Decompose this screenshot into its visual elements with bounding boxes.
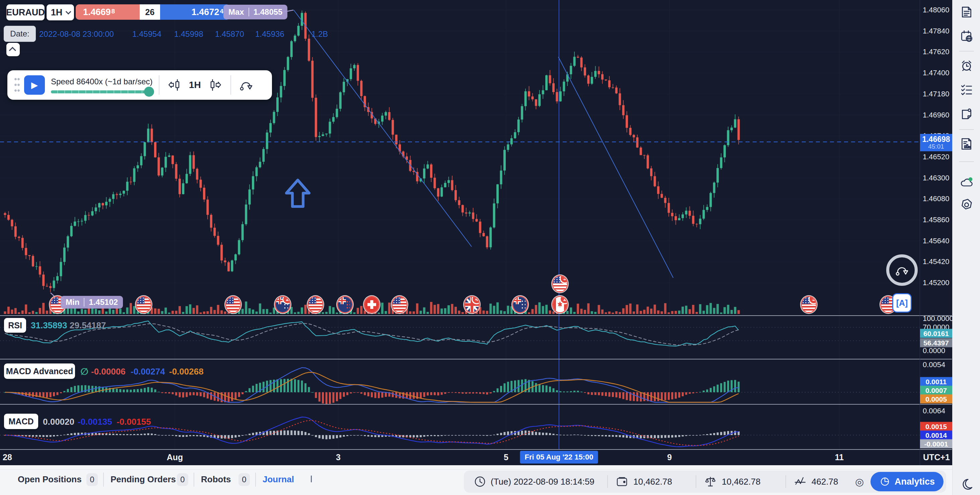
spread-value: 26 [140, 4, 160, 20]
sidebar-divider [959, 161, 974, 162]
price-axis-tick: 1.48060 [923, 6, 950, 14]
expand-panel-button[interactable] [311, 477, 312, 482]
macd-panel-title[interactable]: MACD [4, 414, 38, 429]
price-axis[interactable]: 1.46698 45:01 1.480601.478401.476201.474… [920, 0, 952, 465]
rsi-value-2: 29.54187 [70, 320, 106, 331]
report-chart-icon[interactable] [959, 137, 974, 151]
flag-us-icon [226, 297, 240, 312]
macd-value-3: -0.00155 [116, 417, 151, 427]
flag-au-icon [513, 297, 527, 312]
tab-robots[interactable]: Robots [201, 474, 231, 485]
speed-slider[interactable] [51, 90, 151, 94]
news-flag-ca[interactable]: 2 [552, 296, 568, 313]
rsi-axis-tick: 0.0000 [923, 346, 945, 355]
current-price-badge: 1.46698 45:01 [920, 134, 952, 151]
macdadv-macd-separator[interactable] [0, 404, 952, 405]
chart-region[interactable]: EURAUD 1H 1.46698 26 1.46724 Max 1.48055… [0, 0, 952, 465]
news-flag-au[interactable]: 2 [275, 296, 291, 313]
profit-value: 462.78 [811, 477, 838, 487]
macd-adv-value-1: -0.00006 [91, 366, 126, 377]
macd-adv-badge: 0.0007 [920, 386, 952, 395]
auto-scale-icon: [A] [896, 298, 908, 308]
profit-curve-icon [794, 475, 807, 488]
up-arrow-annotation[interactable] [284, 178, 312, 209]
news-flag-gb[interactable]: 4 [464, 296, 480, 313]
wallet-icon [615, 475, 628, 488]
price-axis-tick: 1.46960 [923, 111, 950, 119]
news-flag-ch[interactable] [364, 296, 380, 313]
speed-slider-knob[interactable] [144, 87, 154, 97]
news-flag-us[interactable] [307, 296, 323, 313]
cloud-sync-icon[interactable] [959, 175, 974, 189]
time-axis-label[interactable]: Aug [167, 452, 183, 462]
jump-to-current-bar-button[interactable] [886, 254, 918, 286]
auto-scale-button[interactable]: [A] [892, 293, 912, 313]
sidebar-divider [959, 51, 974, 52]
pending-orders-count: 0 [177, 473, 188, 486]
clock-icon [473, 475, 487, 488]
price-rsi-separator[interactable] [0, 315, 952, 316]
macd-badge: 0.0015 [920, 422, 952, 431]
jump-to-date-icon[interactable] [239, 77, 254, 93]
play-button[interactable]: ▶ [24, 75, 45, 95]
price-axis-tick: 1.45640 [923, 236, 950, 245]
checklist-icon[interactable] [959, 82, 974, 97]
bid-price-button[interactable]: 1.46698 [76, 4, 147, 20]
news-document-icon[interactable] [959, 5, 974, 19]
chevron-up-icon [9, 47, 16, 54]
alarm-clock-icon[interactable] [959, 59, 974, 73]
time-axis-label[interactable]: 28 [3, 452, 12, 462]
rsi-panel-title[interactable]: RSI [4, 318, 26, 333]
playback-timeframe[interactable]: 1H [189, 80, 201, 90]
robots-count: 0 [239, 473, 250, 486]
ask-price-button[interactable]: 1.46724 [160, 4, 230, 20]
calendar-globe-icon[interactable] [959, 29, 974, 43]
timeframe-label: 1H [51, 7, 63, 18]
moon-icon[interactable] [959, 478, 974, 492]
settings-icon[interactable] [959, 198, 974, 212]
news-flag-us[interactable] [136, 296, 152, 313]
analytics-button[interactable]: Analytics [870, 472, 943, 491]
candlestick-chart-canvas[interactable] [0, 0, 952, 465]
right-sidebar [952, 0, 980, 495]
symbol-button[interactable]: EURAUD [6, 4, 45, 21]
macd-adv-axis-tick: 0.0054 [923, 360, 945, 369]
tab-pending-orders[interactable]: Pending Orders [111, 474, 176, 485]
eye-icon[interactable]: ◎ [855, 476, 864, 488]
time-axis-label[interactable]: 9 [667, 452, 672, 462]
news-flag-us[interactable] [225, 296, 241, 313]
step-back-bar-icon[interactable] [167, 77, 182, 93]
jump-arrow-icon [894, 262, 910, 278]
play-icon: ▶ [31, 80, 38, 90]
time-axis-label[interactable]: 5 [504, 452, 508, 462]
rsi-signal-badge: 56.4397 [920, 338, 952, 347]
news-flag-nz[interactable] [337, 296, 353, 313]
bar-volume: 1.2B [312, 29, 328, 39]
max-price-badge: Max 1.48055 [223, 5, 287, 19]
macd-adv-badge: 0.0011 [920, 377, 952, 386]
flag-us-icon [393, 297, 407, 312]
news-flag-au[interactable] [512, 296, 528, 313]
timeframe-dropdown[interactable]: 1H [46, 4, 74, 21]
bid-price: 1.4669 [83, 7, 111, 17]
collapse-header-button[interactable] [6, 43, 20, 56]
news-flag-us[interactable]: 3 [552, 275, 568, 292]
speed-label: Speed 86400x (~1d bar/sec) [51, 77, 151, 86]
news-flag-us[interactable]: 3 [801, 296, 817, 313]
step-forward-bar-icon[interactable] [208, 77, 223, 93]
news-flag-us[interactable] [391, 296, 407, 313]
ask-price-pips: 4 [220, 8, 223, 15]
rsi-macdadv-separator[interactable] [0, 359, 952, 359]
tab-journal[interactable]: Journal [262, 474, 294, 485]
time-axis-label[interactable]: 11 [835, 452, 844, 462]
sticky-note-icon[interactable] [959, 108, 974, 122]
price-axis-tick: 1.45200 [923, 278, 950, 287]
time-axis-label[interactable]: 3 [336, 452, 340, 462]
bid-price-pips: 8 [111, 8, 115, 15]
sidebar-divider [959, 129, 974, 130]
bar-close: 1.45936 [255, 29, 284, 39]
tab-open-positions[interactable]: Open Positions [18, 474, 82, 485]
macd-advanced-panel-title[interactable]: MACD Advanced [4, 363, 75, 379]
macd-adv-badge: 0.0005 [920, 395, 952, 404]
drag-handle[interactable] [14, 76, 20, 94]
